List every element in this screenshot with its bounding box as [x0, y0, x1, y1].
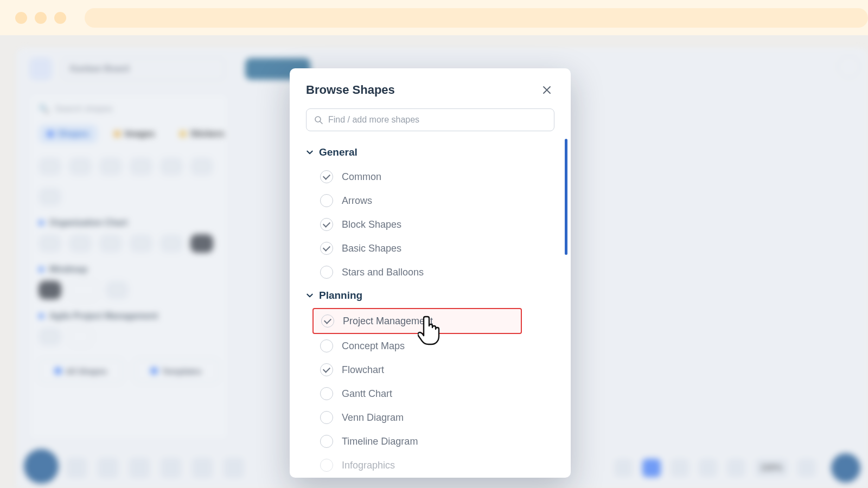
search-icon: [314, 115, 323, 124]
shape-item-common[interactable]: Common: [306, 165, 554, 189]
shape-item-label: Concept Maps: [342, 341, 405, 352]
shape-item-label: Timeline Diagram: [342, 436, 418, 447]
checkbox-icon[interactable]: [320, 266, 333, 279]
shape-item-venn-diagram[interactable]: Venn Diagram: [306, 406, 554, 429]
browser-chrome: [0, 0, 868, 35]
svg-line-1: [320, 121, 322, 124]
shape-item-stars-balloons[interactable]: Stars and Balloons: [306, 260, 554, 284]
checkbox-icon[interactable]: [320, 387, 333, 400]
checkbox-icon[interactable]: [320, 218, 333, 231]
shape-item-label: Venn Diagram: [342, 412, 404, 423]
shape-item-project-management[interactable]: Project Management: [312, 308, 522, 334]
section-label: General: [319, 146, 358, 158]
checkbox-icon[interactable]: [320, 242, 333, 255]
chevron-down-icon: [306, 292, 314, 299]
shape-item-arrows[interactable]: Arrows: [306, 189, 554, 213]
browse-shapes-modal: Browse Shapes General Common Arrows Bloc…: [290, 68, 571, 478]
checkbox-icon[interactable]: [321, 314, 334, 328]
checkbox-icon[interactable]: [320, 435, 333, 448]
shape-item-label: Flowchart: [342, 364, 384, 376]
shape-item-concept-maps[interactable]: Concept Maps: [306, 334, 554, 358]
checkbox-icon[interactable]: [320, 170, 333, 183]
shape-item-label: Stars and Balloons: [342, 267, 424, 278]
shape-item-label: Arrows: [342, 195, 372, 207]
window-dot: [54, 12, 66, 24]
close-icon[interactable]: [539, 82, 554, 98]
shape-item-label: Common: [342, 171, 381, 183]
section-header-general[interactable]: General: [306, 146, 554, 158]
checkbox-icon[interactable]: [320, 459, 333, 472]
shape-item-label: Gantt Chart: [342, 388, 392, 400]
modal-title: Browse Shapes: [306, 83, 395, 97]
shapes-scroll-area[interactable]: General Common Arrows Block Shapes Basic…: [290, 134, 571, 478]
shape-item-gantt-chart[interactable]: Gantt Chart: [306, 382, 554, 406]
shape-item-label: Basic Shapes: [342, 243, 401, 254]
section-header-planning[interactable]: Planning: [306, 290, 554, 301]
window-dot: [35, 12, 47, 24]
scrollbar-thumb[interactable]: [565, 139, 567, 255]
shape-search-input[interactable]: [306, 108, 554, 131]
checkbox-icon[interactable]: [320, 411, 333, 424]
checkbox-icon[interactable]: [320, 363, 333, 376]
shape-item-flowchart[interactable]: Flowchart: [306, 358, 554, 382]
chevron-down-icon: [306, 149, 314, 156]
shape-item-label: Infographics: [342, 460, 395, 471]
shape-search-field[interactable]: [328, 115, 546, 125]
shape-item-block-shapes[interactable]: Block Shapes: [306, 213, 554, 236]
checkbox-icon[interactable]: [320, 194, 333, 207]
shape-item-timeline-diagram[interactable]: Timeline Diagram: [306, 429, 554, 453]
url-bar[interactable]: [85, 8, 868, 28]
checkbox-icon[interactable]: [320, 339, 333, 352]
shape-item-infographics[interactable]: Infographics: [306, 453, 554, 477]
window-dot: [15, 12, 27, 24]
section-label: Planning: [319, 290, 362, 301]
shape-item-label: Block Shapes: [342, 219, 401, 230]
shape-item-label: Project Management: [343, 316, 433, 327]
shape-item-basic-shapes[interactable]: Basic Shapes: [306, 236, 554, 260]
